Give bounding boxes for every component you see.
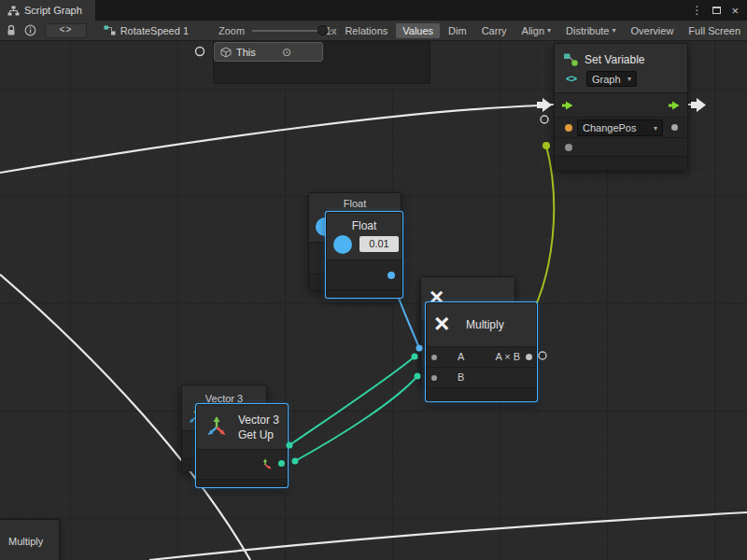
multiply-output-outer-port[interactable] <box>539 352 546 359</box>
vector-value-wire[interactable] <box>295 376 417 461</box>
gameobject-cube-icon <box>220 47 232 58</box>
graph-kind-dropdown[interactable]: Graph ▾ <box>586 71 637 87</box>
node-title: Float <box>327 219 402 232</box>
variable-name-port[interactable] <box>565 124 572 132</box>
button-label: Distribute <box>566 25 609 36</box>
align-button[interactable]: Align▾ <box>515 23 557 38</box>
node-vector3-get-up[interactable]: Vector 3 Get Up <box>196 404 288 487</box>
node-float[interactable]: Float 0.01 <box>326 212 402 298</box>
node-multiply[interactable]: × Multiply A A × B B <box>426 302 537 401</box>
graph-asset-icon <box>104 25 116 35</box>
code-icon: <> <box>59 25 72 35</box>
button-label: Carry <box>482 25 507 36</box>
zoom-label: Zoom <box>218 25 245 36</box>
flow-wire[interactable] <box>0 105 539 173</box>
code-view-button[interactable]: <> <box>45 23 86 38</box>
carry-button[interactable]: Carry <box>475 23 514 38</box>
vector-wire-start[interactable] <box>292 458 299 465</box>
node-set-variable[interactable]: Set Variable <> Graph ▾ ChangePos ▾ <box>554 43 688 170</box>
variable-output-port[interactable] <box>671 124 678 131</box>
port-label-result: A × B <box>495 351 520 362</box>
dropdown-value: ChangePos <box>583 122 637 133</box>
window-controls: ⋮ × <box>691 0 747 21</box>
vector3-output-port[interactable] <box>278 460 285 467</box>
value-row <box>555 137 687 156</box>
vector3-type-icon <box>261 458 272 469</box>
relations-button[interactable]: Relations <box>338 23 394 38</box>
tab-script-graph[interactable]: Script Graph <box>0 0 95 21</box>
variable-row: ChangePos ▾ <box>555 117 687 137</box>
button-label: Relations <box>345 25 388 36</box>
node-title: Float <box>309 198 401 209</box>
node-footer <box>197 479 287 487</box>
caret-down-icon: ▾ <box>654 124 657 133</box>
maximize-button[interactable] <box>712 7 721 14</box>
value-input-port[interactable] <box>565 144 572 151</box>
node-this[interactable]: This ⊙ <box>214 42 323 62</box>
button-label: Align <box>522 25 544 36</box>
node-multiply-corner[interactable]: Multiply <box>0 519 60 560</box>
node-body <box>197 449 287 479</box>
node-footer <box>555 156 687 170</box>
port-row-a: A A × B <box>427 346 536 367</box>
node-title: Vector 3 <box>182 393 266 404</box>
float-value-field[interactable]: 0.01 <box>359 236 399 252</box>
overview-button[interactable]: Overview <box>625 23 681 38</box>
flow-wire[interactable] <box>149 512 747 560</box>
node-title: Set Variable <box>585 53 644 66</box>
node-footer <box>427 387 536 401</box>
dim-button[interactable]: Dim <box>442 23 473 38</box>
float-output-port[interactable] <box>388 272 395 279</box>
vector-value-wire[interactable] <box>289 357 415 445</box>
input-a-port[interactable] <box>431 355 437 360</box>
kebab-menu-button[interactable]: ⋮ <box>691 5 702 16</box>
flow-arrow-in <box>537 98 552 112</box>
close-button[interactable]: × <box>731 5 739 17</box>
dropdown-value: Graph <box>592 74 621 85</box>
port-label-a: A <box>458 351 464 362</box>
node-subtitle: Get Up <box>238 428 274 441</box>
set-variable-icon <box>563 52 579 67</box>
input-b-port[interactable] <box>431 375 437 381</box>
info-button[interactable] <box>24 22 38 39</box>
tab-title: Script Graph <box>24 5 82 16</box>
caret-down-icon: ▾ <box>613 26 616 35</box>
flow-arrow-out <box>691 98 706 112</box>
vector-wire-end[interactable] <box>412 354 418 360</box>
graph-canvas[interactable]: Float × Vector 3 This ⊙ <box>0 41 747 560</box>
values-button[interactable]: Values <box>396 23 440 38</box>
graph-toolbar: <> RotateSpeed 1 Zoom 1x Relations Value… <box>0 21 747 41</box>
flow-out-port[interactable] <box>668 99 681 112</box>
button-label: Overview <box>631 25 674 36</box>
caret-down-icon: ▾ <box>627 75 631 83</box>
unconnected-port[interactable] <box>541 116 548 123</box>
node-body <box>327 259 402 289</box>
button-label: Full Screen <box>688 25 740 36</box>
node-title: Multiply <box>466 318 504 331</box>
node-title: Vector 3 <box>238 413 279 427</box>
info-icon <box>24 24 36 36</box>
zoom-slider-handle[interactable] <box>317 25 328 35</box>
result-wire-end[interactable] <box>543 142 550 149</box>
lock-icon <box>6 24 17 36</box>
vector3-icon <box>204 414 229 439</box>
multiply-icon: × <box>434 311 449 337</box>
graph-reference[interactable]: RotateSpeed 1 <box>104 25 189 36</box>
graph-name: RotateSpeed 1 <box>120 25 189 36</box>
node-footer <box>327 289 402 298</box>
button-label: Dim <box>448 25 467 36</box>
zoom-slider[interactable] <box>252 24 319 37</box>
button-label: Values <box>402 25 433 36</box>
this-relation-port[interactable] <box>196 48 204 56</box>
distribute-button[interactable]: Distribute▾ <box>559 23 622 38</box>
flow-in-port[interactable] <box>561 99 574 112</box>
script-graph-icon <box>7 6 20 16</box>
target-icon[interactable]: ⊙ <box>282 47 291 58</box>
graph-type-icon: <> <box>566 74 576 85</box>
variable-dropdown[interactable]: ChangePos ▾ <box>577 119 663 136</box>
result-output-port[interactable] <box>526 354 532 360</box>
lock-button[interactable] <box>5 22 19 39</box>
window-tab-bar: Script Graph ⋮ × <box>0 0 747 21</box>
fullscreen-button[interactable]: Full Screen <box>682 23 747 38</box>
float-icon <box>333 235 352 254</box>
